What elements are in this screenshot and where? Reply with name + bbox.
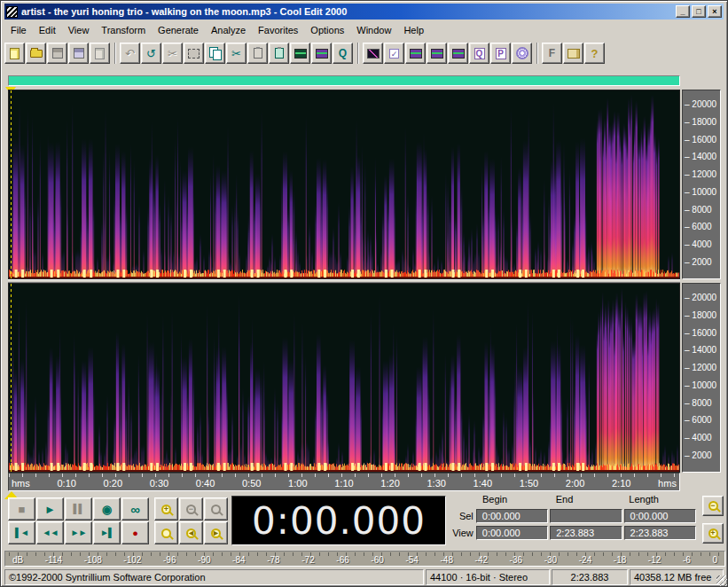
zoom-right-edge-button[interactable]: ►: [204, 521, 228, 544]
cd-player-button[interactable]: [512, 43, 532, 64]
vertical-zoom-out-icon: −: [708, 501, 718, 511]
repeat-command-button[interactable]: ↺: [141, 43, 161, 64]
open-folder-icon: [30, 50, 43, 58]
view-begin-field[interactable]: 0:00.000: [476, 526, 548, 540]
save-disk-icon: [52, 48, 63, 59]
app-icon[interactable]: [6, 6, 18, 18]
db-tick-label: -114: [45, 556, 62, 565]
zoom-in-icon: +: [161, 505, 171, 514]
sel-length-field[interactable]: 0:00.000: [624, 509, 696, 523]
time-tick-label: 1:10: [334, 479, 353, 489]
db-tick-label: -36: [510, 556, 522, 565]
close-button[interactable]: ×: [708, 5, 722, 18]
cue-list-button[interactable]: [384, 43, 404, 64]
toolbar-separator: [536, 43, 538, 64]
record-button[interactable]: ●: [121, 521, 149, 544]
wave-tool-1-button[interactable]: [405, 43, 426, 64]
play-button[interactable]: ►: [36, 497, 64, 520]
menu-item[interactable]: File: [4, 23, 33, 37]
frequency-tick-label: 2000: [685, 258, 720, 267]
frequency-ruler-right-channel[interactable]: 2000018000160001400012000100008000600040…: [682, 283, 721, 473]
play-looped-button[interactable]: ◉: [93, 497, 121, 520]
cut-button[interactable]: ✂: [226, 43, 247, 64]
wave-tool-3-button[interactable]: [448, 43, 468, 64]
favorites-button[interactable]: F: [542, 43, 562, 64]
view-length-field[interactable]: 2:23.883: [624, 526, 696, 540]
maximize-button[interactable]: □: [692, 5, 706, 18]
save-copy-button[interactable]: [90, 43, 110, 64]
zoom-out-button[interactable]: −: [179, 497, 203, 520]
sel-begin-field[interactable]: 0:00.000: [476, 509, 548, 523]
paste-to-new-button[interactable]: [269, 43, 289, 64]
time-display: 0:00.000: [231, 496, 446, 545]
spectrogram-canvas-right[interactable]: [9, 284, 679, 472]
length-header: Length: [624, 494, 698, 506]
current-time-value: 0:00.000: [252, 499, 426, 543]
spectrogram-right-channel[interactable]: [8, 283, 680, 473]
new-file-button[interactable]: [4, 43, 25, 64]
menu-item[interactable]: Generate: [152, 23, 205, 37]
help-question-icon: ?: [591, 48, 599, 59]
menu-item[interactable]: Help: [397, 23, 430, 37]
time-tick-label: 2:10: [612, 479, 630, 489]
zoom-in-button[interactable]: +: [154, 497, 178, 520]
menu-item[interactable]: Transform: [95, 23, 152, 37]
timeline-ruler[interactable]: hms0:100:200:300:400:501:001:101:201:301…: [8, 473, 680, 491]
eq-q-button[interactable]: Q: [469, 43, 489, 64]
menu-item[interactable]: View: [62, 23, 96, 37]
zoom-left-edge-button[interactable]: ◄: [179, 521, 203, 544]
menu-item[interactable]: Favorites: [252, 23, 304, 37]
save-as-button[interactable]: [68, 43, 89, 64]
rewind-icon: ◄◄: [43, 528, 59, 537]
paste-to-new-icon: [275, 48, 284, 59]
fast-forward-button[interactable]: ►►: [65, 521, 92, 544]
title-bar[interactable]: artist - the yuri honing trio - walking …: [4, 4, 724, 20]
quick-filter-button[interactable]: Q: [333, 43, 353, 64]
select-wave-button[interactable]: [184, 43, 204, 64]
save-copy-icon: [95, 48, 105, 59]
view-end-field[interactable]: 2:23.883: [550, 526, 622, 540]
zoom-to-selection-button[interactable]: [154, 521, 178, 544]
pause-button[interactable]: ▌▌: [65, 497, 92, 520]
frequency-tick-label: 8000: [685, 206, 720, 215]
vertical-zoom-out-button[interactable]: −: [702, 496, 724, 516]
toolbar-separator: [114, 43, 116, 64]
spectrogram-canvas-left[interactable]: [9, 90, 679, 278]
copy-button[interactable]: [205, 43, 225, 64]
sel-end-field[interactable]: [550, 509, 622, 523]
time-tick-label: 1:00: [288, 479, 307, 489]
zoom-left-icon: ◄: [186, 528, 196, 538]
trim-button[interactable]: ✂: [162, 43, 183, 64]
go-to-end-button[interactable]: ►▌: [93, 521, 121, 544]
open-file-button[interactable]: [26, 43, 46, 64]
resize-grip[interactable]: [716, 575, 727, 586]
mix-paste-button[interactable]: [290, 43, 310, 64]
menu-item[interactable]: Edit: [33, 23, 62, 37]
scripts-button[interactable]: [563, 43, 583, 64]
rewind-button[interactable]: ◄◄: [36, 521, 64, 544]
convert-sample-type-button[interactable]: [311, 43, 332, 64]
menu-item[interactable]: Options: [304, 23, 350, 37]
pause-icon: ▌▌: [73, 505, 83, 513]
wave-tool-2-button[interactable]: [427, 43, 447, 64]
stop-button[interactable]: ■: [8, 497, 35, 520]
level-meter[interactable]: dB-114-108-102-96-90-84-78-72-66-60-54-4…: [4, 551, 725, 567]
q-arrow-icon: Q: [339, 48, 347, 59]
preferences-p-button[interactable]: P: [490, 43, 511, 64]
vertical-zoom-in-button[interactable]: +: [702, 523, 724, 544]
help-button[interactable]: ?: [584, 43, 605, 64]
stop-icon: ■: [19, 504, 26, 515]
zoom-full-button[interactable]: [204, 497, 228, 520]
go-to-beginning-button[interactable]: ▌◄: [8, 521, 35, 544]
paste-button[interactable]: [247, 43, 268, 64]
frequency-ruler-left-channel[interactable]: 2000018000160001400012000100008000600040…: [682, 90, 721, 279]
overview-navigation-bar[interactable]: [8, 75, 680, 86]
undo-button[interactable]: ↶: [120, 43, 140, 64]
spectral-view-button[interactable]: [363, 43, 383, 64]
save-button[interactable]: [47, 43, 67, 64]
spectrogram-left-channel[interactable]: [8, 90, 680, 279]
menu-item[interactable]: Analyze: [205, 23, 252, 37]
menu-item[interactable]: Window: [350, 23, 397, 37]
minimize-button[interactable]: _: [676, 5, 690, 18]
loop-button[interactable]: ∞: [121, 497, 149, 520]
